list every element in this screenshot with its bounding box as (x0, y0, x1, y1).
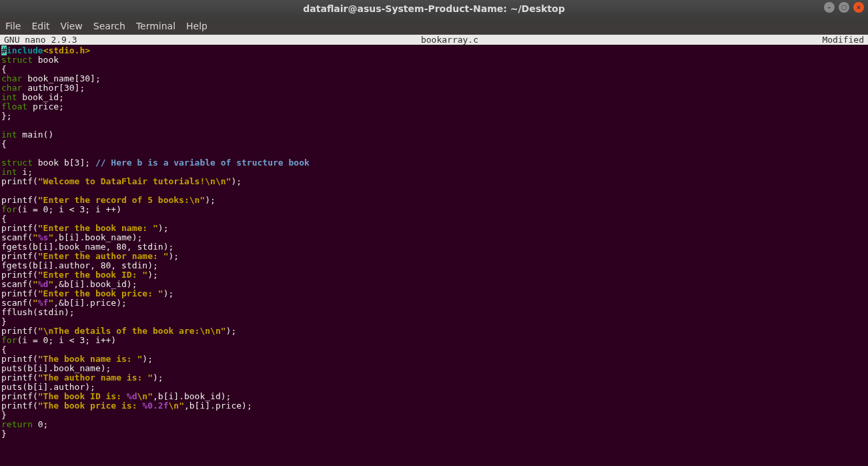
keyword-int: int (1, 92, 17, 102)
string-literal: "The book ID is: (38, 391, 127, 401)
close-button[interactable]: × (853, 2, 864, 13)
code-text: book (33, 55, 59, 65)
code-text: i; (17, 167, 32, 177)
code-text: puts(b[i].book_name); (1, 363, 111, 373)
preprocessor-include: include (7, 45, 43, 55)
code-text: fgets(b[i].book_name, 80, stdin); (1, 242, 173, 252)
code-text: printf( (1, 251, 38, 261)
code-text: ); (226, 326, 237, 336)
code-text: ,b[i].price); (184, 401, 252, 411)
string-quote: " (33, 279, 38, 289)
format-specifier: %d (38, 279, 49, 289)
comment: // Here b is a variable of structure boo… (95, 158, 310, 168)
keyword-for: for (1, 204, 17, 214)
string-literal: "\nThe details of the book are:\n\n" (38, 326, 226, 336)
code-text: price; (27, 101, 64, 111)
code-text: book_id; (17, 92, 63, 102)
code-text: printf( (1, 354, 38, 364)
nano-header-bar: GNU nano 2.9.3 bookarray.c Modified (0, 35, 868, 45)
keyword-struct: struct (1, 158, 33, 168)
code-text: printf( (1, 401, 38, 411)
code-text: puts(b[i].author); (1, 382, 95, 392)
menu-edit[interactable]: Edit (31, 21, 49, 31)
code-text: } (1, 410, 7, 420)
keyword-int: int (1, 130, 17, 140)
code-text: ); (158, 223, 169, 233)
window-title: dataflair@asus-System-Product-Name: ~/De… (303, 3, 564, 14)
code-text: printf( (1, 288, 38, 298)
code-text: ,b[i].book_id); (153, 391, 231, 401)
window-titlebar: dataflair@asus-System-Product-Name: ~/De… (0, 0, 868, 17)
format-specifier: %s (38, 232, 49, 242)
code-text: ,&b[i].book_id); (53, 279, 137, 289)
code-text: author[30]; (22, 83, 85, 93)
string-quote: " (33, 298, 38, 308)
code-text: } (1, 429, 7, 439)
header-stdio: <stdio.h> (43, 45, 90, 55)
code-text: book b[3]; (33, 158, 95, 168)
format-specifier: %f (38, 298, 49, 308)
code-text: { (1, 344, 7, 355)
code-text: (i = 0; i < 3; i ++) (17, 204, 121, 214)
code-text: printf( (1, 176, 38, 186)
maximize-button[interactable]: ▢ (839, 2, 849, 13)
keyword-return: return (1, 419, 33, 429)
menu-view[interactable]: View (61, 21, 83, 31)
menu-search[interactable]: Search (93, 21, 125, 31)
code-text: (i = 0; i < 3; i++) (17, 335, 116, 345)
string-literal: "Welcome to DataFlair tutorials!\n\n" (38, 176, 232, 186)
menu-bar: File Edit View Search Terminal Help (0, 17, 868, 35)
code-text: main() (17, 130, 53, 140)
format-specifier: %d (127, 391, 137, 401)
menu-terminal[interactable]: Terminal (136, 21, 175, 31)
string-literal: "Enter the book ID: " (38, 270, 147, 280)
string-quote: " (33, 232, 38, 242)
code-text: ); (205, 195, 215, 205)
code-text: ,&b[i].price); (53, 298, 127, 308)
minimize-button[interactable]: – (824, 2, 835, 13)
code-text: ); (147, 270, 158, 280)
nano-version: GNU nano 2.9.3 (0, 35, 77, 45)
code-text: } (1, 316, 7, 326)
code-text: scanf( (1, 298, 33, 308)
editor-content[interactable]: #include<stdio.h> struct book { char boo… (0, 45, 868, 466)
code-text: ); (231, 176, 242, 186)
menu-help[interactable]: Help (186, 21, 207, 31)
code-text: fflush(stdin); (1, 307, 75, 317)
code-text: printf( (1, 326, 38, 336)
cursor: # (1, 45, 7, 55)
string-literal: \n" (168, 401, 183, 411)
keyword-char: char (1, 83, 22, 93)
code-text: printf( (1, 195, 38, 205)
keyword-for: for (1, 335, 17, 345)
keyword-int: int (1, 167, 17, 177)
format-specifier: %0.2f (142, 401, 168, 411)
string-literal: \n" (137, 391, 153, 401)
string-literal: "Enter the book name: " (38, 223, 158, 233)
code-text: ); (168, 251, 179, 261)
code-text: }; (1, 111, 12, 121)
code-text: printf( (1, 391, 38, 401)
keyword-float: float (1, 101, 27, 111)
code-text: ); (153, 373, 163, 383)
code-text: book_name[30]; (22, 73, 100, 83)
nano-filename: bookarray.c (77, 35, 823, 45)
code-text: scanf( (1, 232, 33, 242)
string-literal: "Enter the author name: " (38, 251, 169, 261)
code-text: fgets(b[i].author, 80, stdin); (1, 260, 158, 270)
window-controls: – ▢ × (824, 2, 864, 13)
keyword-struct: struct (1, 55, 33, 65)
code-text: { (1, 139, 7, 149)
string-literal: "Enter the record of 5 books:\n" (38, 195, 205, 205)
code-text: scanf( (1, 279, 33, 289)
code-text: ); (163, 288, 174, 298)
code-text: ,b[i].book_name); (53, 232, 142, 242)
code-text: { (1, 64, 7, 74)
code-text: printf( (1, 373, 38, 383)
string-literal: "The author name is: " (38, 373, 153, 383)
menu-file[interactable]: File (5, 21, 21, 31)
code-text: ); (142, 354, 153, 364)
string-literal: "Enter the book price: " (38, 288, 163, 298)
string-literal: "The book name is: " (38, 354, 143, 364)
code-text: printf( (1, 270, 38, 280)
